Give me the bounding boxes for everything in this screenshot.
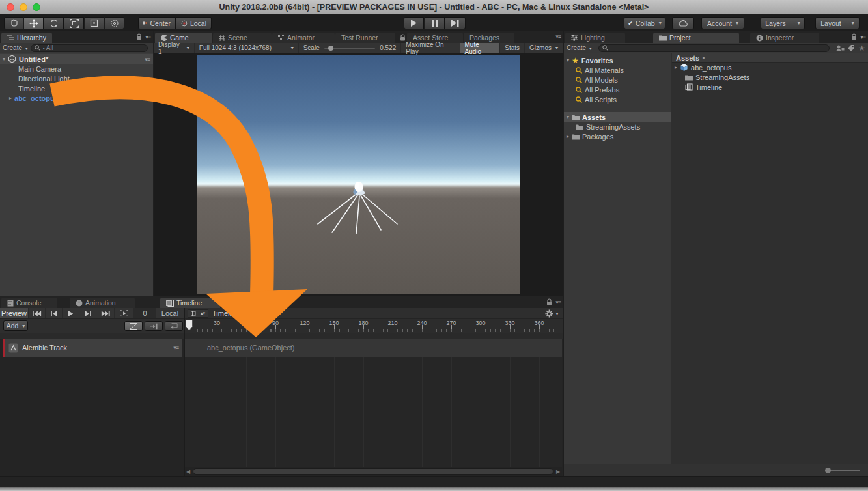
gizmos-dropdown[interactable]: Gizmos▾ (525, 43, 563, 53)
asset-timeline[interactable]: Timeline (672, 82, 868, 92)
timeline-breadcrumb[interactable]: Timeline (Timeline) (212, 309, 273, 317)
tab-inspector[interactable]: Inspector (750, 33, 819, 43)
asset-abc-octopus[interactable]: ▸ abc_octopus (672, 63, 868, 72)
tab-hierarchy[interactable]: Hierarchy (1, 33, 52, 43)
favorites-root[interactable]: ▾ ★ Favorites (564, 55, 671, 65)
step-button[interactable] (445, 17, 466, 29)
favorite-all-prefabs[interactable]: All Prefabs (564, 85, 671, 94)
timeline-ruler[interactable]: 30 60 90 120 150 180 210 240 270 300 330… (184, 319, 563, 333)
search-by-type-icon[interactable] (836, 44, 845, 52)
next-frame-button[interactable] (79, 308, 96, 318)
go-to-end-button[interactable] (96, 308, 115, 318)
timeline-horizontal-scrollbar[interactable]: ◀ ▶ (184, 467, 562, 476)
rotation-mode-button[interactable]: Local (176, 17, 212, 29)
tab-animation[interactable]: Animation (70, 298, 135, 308)
alembic-track-lane[interactable]: abc_octopus (GameObject) (184, 339, 562, 357)
preview-toggle[interactable]: Preview (0, 308, 29, 318)
lock-icon[interactable] (851, 33, 857, 40)
tab-lighting[interactable]: Lighting (565, 33, 625, 43)
timeline-splitter[interactable] (184, 308, 185, 476)
scroll-right-arrow[interactable]: ▶ (554, 469, 562, 475)
timecode-mode-dropdown[interactable]: Local (156, 308, 184, 318)
panel-menu-icon[interactable]: ▾≡ (145, 34, 150, 40)
mute-audio-toggle[interactable]: Mute Audio (460, 43, 501, 53)
rect-tool-button[interactable] (85, 17, 104, 29)
foldout-closed-icon[interactable]: ▸ (9, 95, 12, 101)
tab-project[interactable]: Project (653, 33, 739, 43)
edit-mode-replace-button[interactable] (165, 321, 183, 331)
scale-slider[interactable] (324, 48, 376, 49)
foldout-closed-icon[interactable]: ▸ (675, 64, 677, 70)
play-range-toggle[interactable] (115, 308, 134, 318)
collab-button[interactable]: ✔ Collab▾ (624, 17, 665, 29)
hierarchy-search-input[interactable]: ▾ All (31, 44, 148, 52)
previous-frame-button[interactable] (46, 308, 63, 318)
pause-button[interactable] (425, 17, 445, 29)
timeline-selector[interactable]: ▴▾ (188, 309, 208, 318)
move-tool-button[interactable] (24, 17, 44, 29)
tree-item-streamingassets[interactable]: StreamingAssets (564, 122, 671, 132)
panel-menu-icon[interactable]: ▾≡ (860, 34, 865, 40)
tab-test-runner[interactable]: Test Runner (335, 33, 395, 43)
tab-console[interactable]: Console (1, 298, 57, 308)
panel-menu-icon[interactable]: ▾≡ (555, 33, 561, 40)
foldout-open-icon[interactable]: ▾ (567, 57, 569, 63)
asset-streamingassets[interactable]: StreamingAssets (672, 72, 868, 82)
panel-menu-icon[interactable]: ▾≡ (555, 299, 561, 305)
icon-size-slider-thumb[interactable] (825, 468, 831, 473)
lock-icon[interactable] (546, 298, 552, 305)
layers-dropdown[interactable]: Layers▾ (761, 17, 805, 29)
create-dropdown[interactable]: Create ▾ (3, 44, 28, 51)
cloud-button[interactable] (672, 17, 694, 29)
timeline-content[interactable] (184, 357, 562, 467)
play-button[interactable] (404, 17, 424, 29)
icon-size-slider[interactable] (826, 470, 860, 471)
scale-slider-thumb[interactable] (328, 46, 333, 51)
add-track-button[interactable]: Add▾ (3, 320, 28, 331)
frame-field[interactable]: 0 (134, 308, 156, 318)
asset-store-lock[interactable] (400, 34, 406, 41)
lock-icon[interactable] (136, 33, 142, 40)
go-to-start-button[interactable] (29, 308, 46, 318)
account-dropdown[interactable]: Account▾ (701, 17, 744, 29)
track-menu-icon[interactable]: ▾≡ (173, 344, 178, 351)
hierarchy-item-main-camera[interactable]: Main Camera (0, 64, 153, 74)
aspect-dropdown[interactable]: Full 1024 4:3 (1024x768)▾ (195, 43, 299, 53)
stats-toggle[interactable]: Stats (500, 43, 525, 53)
hierarchy-item-timeline[interactable]: Timeline (0, 83, 153, 93)
timeline-settings-button[interactable]: ▾ (545, 309, 558, 318)
favorite-all-scripts[interactable]: All Scripts (564, 94, 671, 104)
hierarchy-item-abc-octopus[interactable]: ▸ abc_octopus (0, 93, 153, 103)
tab-scene[interactable]: Scene (213, 33, 272, 43)
foldout-closed-icon[interactable]: ▸ (567, 133, 569, 139)
transform-tool-button[interactable] (105, 17, 124, 29)
project-search-input[interactable] (598, 44, 830, 52)
maximize-on-play-toggle[interactable]: Maximize On Play (401, 43, 460, 53)
tree-item-packages[interactable]: ▸ Packages (564, 132, 671, 141)
favorite-all-materials[interactable]: All Materials (564, 65, 671, 75)
pan-tool-button[interactable] (4, 17, 23, 29)
tree-item-assets[interactable]: ▾ Assets (564, 112, 671, 122)
scene-row[interactable]: ▾ Untitled* ▾≡ (0, 54, 153, 64)
foldout-open-icon[interactable]: ▾ (3, 56, 5, 62)
edit-mode-ripple-button[interactable] (145, 321, 163, 331)
edit-mode-mix-button[interactable] (124, 321, 143, 331)
display-dropdown[interactable]: Display 1▾ (154, 43, 195, 53)
tab-timeline[interactable]: Timeline (160, 298, 220, 308)
play-timeline-button[interactable] (63, 308, 79, 318)
rotate-tool-button[interactable] (44, 17, 64, 29)
search-by-label-icon[interactable] (847, 44, 856, 52)
scale-tool-button[interactable] (64, 17, 84, 29)
track-header-alembic[interactable]: Alembic Track ▾≡ (3, 339, 182, 357)
layout-dropdown[interactable]: Layout▾ (815, 17, 860, 29)
pivot-mode-button[interactable]: Center (138, 17, 176, 29)
scrollbar-thumb[interactable] (193, 468, 553, 475)
foldout-open-icon[interactable]: ▾ (567, 114, 569, 120)
tab-animator[interactable]: Animator (272, 33, 335, 43)
favorite-all-models[interactable]: All Models (564, 75, 671, 85)
create-dropdown[interactable]: Create ▾ (567, 44, 592, 51)
breadcrumb[interactable]: Assets ▸ (672, 53, 868, 63)
favorites-filter-icon[interactable]: ★ (858, 44, 865, 53)
hierarchy-item-directional-light[interactable]: Directional Light (0, 74, 153, 83)
scroll-left-arrow[interactable]: ◀ (184, 469, 192, 475)
